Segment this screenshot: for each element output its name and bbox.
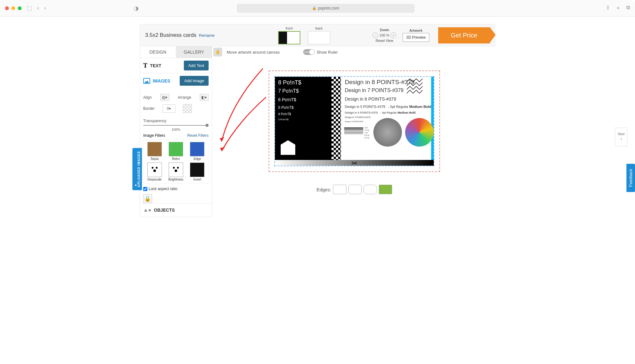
- get-price-button[interactable]: Get Price: [438, 27, 490, 43]
- artwork-label: Artwork: [409, 29, 423, 32]
- text-icon: T: [143, 62, 147, 69]
- ruler-toggle[interactable]: OFF: [303, 49, 315, 55]
- page-body: 3.5x2 Business cards Rename front back Z…: [0, 17, 635, 364]
- edges-label: Edges:: [317, 187, 331, 192]
- minimize-window[interactable]: [11, 6, 15, 10]
- edge-option-rounded-large[interactable]: [364, 185, 377, 194]
- move-artwork-label: Move artwork around canvas: [227, 50, 280, 55]
- browser-chrome: ⬚ ‹ › ◑ psprint.com ⇧ ＋ ⧉: [0, 0, 635, 17]
- transparency-label: Transparency: [143, 119, 166, 123]
- arrange-label: Arrange: [177, 95, 191, 100]
- back-icon[interactable]: ‹: [37, 5, 39, 11]
- card-design[interactable]: 8 Po!nT$ 7 Po!nT$ 6 Po!nT$ 5 Po!nT$ 4 Po…: [274, 76, 434, 166]
- close-window[interactable]: [5, 6, 9, 10]
- text-section-label: TEXT: [150, 63, 161, 68]
- sidebar-toggle-icon[interactable]: ⬚: [27, 5, 32, 12]
- uploaded-images-tab[interactable]: UPLOADED IMAGES: [132, 148, 142, 190]
- shield-icon[interactable]: ◑: [134, 5, 139, 12]
- tab-gallery[interactable]: GALLERY: [176, 46, 212, 58]
- back-label: back: [308, 26, 330, 30]
- preview-3d-button[interactable]: 3D Preview: [403, 33, 429, 42]
- maximize-window[interactable]: [18, 6, 22, 10]
- tabs-icon[interactable]: ⧉: [626, 5, 630, 11]
- edge-option-rounded-small[interactable]: [348, 185, 362, 194]
- arrange-dropdown[interactable]: ◧▾: [200, 94, 209, 101]
- front-thumbnail[interactable]: [278, 31, 300, 44]
- scissors-icon: ✂: [351, 159, 357, 168]
- lock-aspect-label: Lock aspect ratio: [149, 187, 177, 191]
- rename-link[interactable]: Rename: [199, 33, 215, 38]
- image-filters-label: Image Filters: [143, 133, 165, 138]
- next-button[interactable]: Next: [615, 128, 627, 146]
- annotation-arrow-1: [218, 65, 272, 148]
- zoom-label: Zoom: [380, 28, 389, 32]
- filter-invert[interactable]: Invert: [188, 162, 207, 181]
- svg-marker-0: [220, 137, 224, 142]
- color-circle-image: [405, 118, 434, 147]
- svg-marker-1: [220, 147, 225, 151]
- left-sidebar: UPLOADED IMAGES DESIGN GALLERY T TEXT Ad…: [140, 46, 212, 217]
- share-icon[interactable]: ⇧: [606, 5, 610, 11]
- lock-icon[interactable]: 🔒: [143, 194, 152, 203]
- shapes-icon: ▲●: [143, 207, 151, 213]
- lock-aspect-checkbox[interactable]: [143, 187, 147, 191]
- add-text-button[interactable]: Add Text: [184, 61, 209, 70]
- filter-grid: Sepia Retro Edge Grayscale Brightness In…: [143, 140, 209, 183]
- transparency-value: 100%: [143, 128, 209, 131]
- edge-option-square[interactable]: [333, 185, 346, 194]
- tab-design[interactable]: DESIGN: [140, 46, 176, 58]
- zigzag-icon: [405, 79, 424, 97]
- filter-brightness[interactable]: Brightness: [166, 162, 185, 181]
- objects-section-label: OBJECTS: [154, 208, 175, 213]
- canvas-area: ✋ Move artwork around canvas OFF Show Ru…: [212, 46, 495, 217]
- grayscale-circle-image: [373, 118, 402, 147]
- show-ruler-label: Show Ruler: [317, 50, 338, 55]
- images-section-label: IMAGES: [153, 78, 170, 83]
- reset-filters-link[interactable]: Reset Filters: [187, 133, 209, 138]
- zoom-out-icon[interactable]: −: [372, 32, 378, 38]
- filter-edge[interactable]: Edge: [188, 142, 207, 161]
- annotation-arrow-2: [218, 94, 272, 157]
- reset-view-link[interactable]: Reset View: [376, 39, 393, 43]
- edge-option-selected[interactable]: [379, 185, 392, 194]
- front-label: front: [278, 26, 300, 30]
- new-tab-icon[interactable]: ＋: [616, 5, 621, 11]
- add-image-button[interactable]: Add Image: [180, 76, 209, 86]
- border-width-select[interactable]: 0 ▾: [163, 104, 175, 113]
- address-bar[interactable]: psprint.com: [237, 4, 415, 13]
- product-title: 3.5x2 Business cards: [145, 32, 197, 38]
- window-controls: [5, 6, 22, 10]
- zoom-value: 100 %: [379, 33, 389, 37]
- back-thumbnail[interactable]: [308, 31, 330, 44]
- filter-sepia[interactable]: Sepia: [145, 142, 164, 161]
- border-color-picker[interactable]: [183, 104, 192, 113]
- pan-tool-icon[interactable]: ✋: [213, 48, 222, 56]
- artboard[interactable]: 8 Po!nT$ 7 Po!nT$ 6 Po!nT$ 5 Po!nT$ 4 Po…: [269, 70, 440, 172]
- filter-grayscale[interactable]: Grayscale: [145, 162, 164, 181]
- edges-row: Edges:: [213, 185, 495, 194]
- filter-retro[interactable]: Retro: [166, 142, 185, 161]
- forward-icon[interactable]: ›: [44, 5, 46, 11]
- feedback-tab[interactable]: Feedback: [626, 164, 635, 192]
- header-bar: 3.5x2 Business cards Rename front back Z…: [140, 24, 495, 46]
- align-label: Align: [143, 95, 152, 100]
- transparency-slider[interactable]: [143, 125, 209, 126]
- align-dropdown[interactable]: ▤▾: [160, 94, 169, 101]
- zoom-in-icon[interactable]: +: [391, 32, 396, 38]
- border-label: Border: [143, 106, 155, 111]
- image-icon: [143, 78, 150, 84]
